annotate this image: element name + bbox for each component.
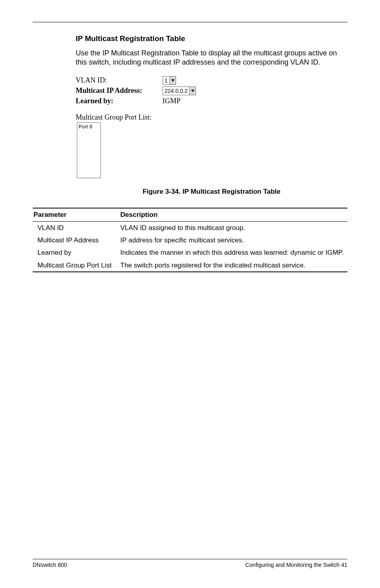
page-footer: DNswitch 800 Configuring and Monitoring … xyxy=(33,559,347,568)
table-row: VLAN ID VLAN ID assigned to this multica… xyxy=(33,221,347,234)
table-row: Learned by Indicates the manner in which… xyxy=(33,246,347,259)
multicast-ip-label: Multicast IP Address: xyxy=(76,87,163,95)
dropdown-arrow-icon[interactable] xyxy=(170,76,176,85)
multicast-ip-value: 224.0.0.2 xyxy=(163,87,190,95)
port-list-item[interactable]: Port 8 xyxy=(78,124,99,130)
desc-cell: Indicates the manner in which this addre… xyxy=(120,246,347,259)
learned-by-value: IGMP xyxy=(163,97,180,105)
desc-cell: IP address for specific multicast servic… xyxy=(120,234,347,246)
footer-right: Configuring and Monitoring the Switch 41 xyxy=(245,562,347,568)
multicast-ip-select[interactable]: 224.0.0.2 xyxy=(163,87,196,95)
intro-paragraph: Use the IP Multicast Registration Table … xyxy=(76,49,347,67)
learned-by-label: Learned by: xyxy=(76,97,163,105)
desc-cell: The switch ports registered for the indi… xyxy=(120,259,347,272)
desc-cell: VLAN ID assigned to this multicast group… xyxy=(120,221,347,234)
parameter-table: Parameter Description VLAN ID VLAN ID as… xyxy=(33,208,347,272)
figure-caption: Figure 3-34. IP Multicast Registration T… xyxy=(76,188,347,196)
learned-by-row: Learned by: IGMP xyxy=(76,97,347,105)
multicast-ip-row: Multicast IP Address: 224.0.0.2 xyxy=(76,87,347,95)
vlan-id-label: VLAN ID: xyxy=(76,76,163,85)
param-cell: Multicast Group Port List xyxy=(33,259,120,272)
table-row: Multicast IP Address IP address for spec… xyxy=(33,234,347,246)
svg-marker-0 xyxy=(171,79,174,82)
vlan-id-select[interactable]: 1 xyxy=(163,76,176,85)
param-cell: Multicast IP Address xyxy=(33,234,120,246)
table-row: Multicast Group Port List The switch por… xyxy=(33,259,347,272)
table-header-description: Description xyxy=(120,208,347,222)
top-rule xyxy=(33,22,347,22)
vlan-id-row: VLAN ID: 1 xyxy=(76,76,347,85)
dropdown-arrow-icon[interactable] xyxy=(190,87,196,95)
svg-marker-1 xyxy=(191,90,194,92)
table-header-parameter: Parameter xyxy=(33,208,120,222)
param-cell: VLAN ID xyxy=(33,221,120,234)
port-list-label: Multicast Group Port List: xyxy=(76,113,347,122)
footer-left: DNswitch 800 xyxy=(33,562,67,568)
port-list-box[interactable]: Port 8 xyxy=(77,122,101,178)
form-area: VLAN ID: 1 Multicast IP Address: 224.0.0… xyxy=(76,76,347,178)
section-heading: IP Multicast Registration Table xyxy=(76,34,347,43)
param-cell: Learned by xyxy=(33,246,120,259)
vlan-id-value: 1 xyxy=(163,76,170,85)
